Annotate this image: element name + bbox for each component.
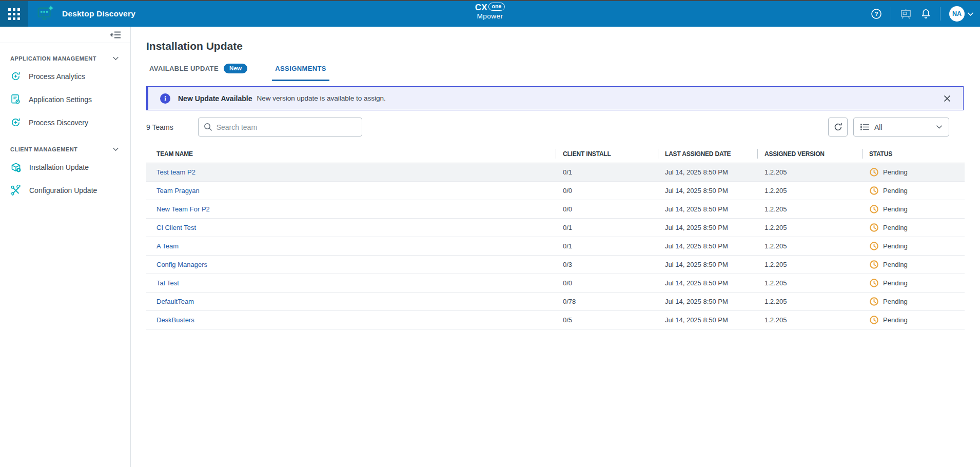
- client-install-cell: 0/1: [556, 168, 658, 176]
- table-row[interactable]: DeskBusters 0/5 Jul 14, 2025 8:50 PM 1.2…: [146, 311, 965, 329]
- section-label: APPLICATION MANAGEMENT: [10, 55, 96, 62]
- client-install-cell: 0/1: [556, 242, 658, 250]
- column-header-client-install: CLIENT INSTALL: [556, 145, 658, 163]
- client-install-cell: 0/1: [556, 224, 658, 231]
- topbar-divider: [891, 7, 891, 21]
- table-toolbar: 9 Teams All: [146, 118, 964, 137]
- refresh-button[interactable]: [828, 118, 848, 137]
- team-link[interactable]: Config Managers: [156, 261, 207, 268]
- status-cell: Pending: [862, 297, 965, 306]
- team-link[interactable]: New Team For P2: [156, 205, 210, 213]
- sidebar-item-process-analytics[interactable]: Process Analytics: [0, 65, 130, 88]
- team-name-cell: Tal Test: [146, 279, 556, 287]
- app-launcher-button[interactable]: [0, 1, 28, 27]
- search-input[interactable]: [217, 123, 357, 131]
- sidebar-sections: APPLICATION MANAGEMENT Process Analytics…: [0, 43, 130, 202]
- status-label: Pending: [883, 298, 908, 305]
- sidebar: APPLICATION MANAGEMENT Process Analytics…: [0, 27, 131, 467]
- sidebar-item-application-settings[interactable]: Application Settings: [0, 88, 130, 111]
- tab-label: AVAILABLE UPDATE: [149, 65, 219, 72]
- avatar: NA: [949, 6, 965, 22]
- team-link[interactable]: Test team P2: [156, 168, 195, 176]
- pending-clock-icon: [869, 223, 879, 232]
- chevron-down-icon: [112, 147, 119, 151]
- pending-clock-icon: [869, 167, 879, 177]
- column-header-assigned-version: ASSIGNED VERSION: [757, 145, 862, 163]
- team-link[interactable]: DefaultTeam: [156, 298, 194, 305]
- pending-clock-icon: [869, 297, 879, 306]
- status-cell: Pending: [862, 278, 965, 288]
- last-assigned-date-cell: Jul 14, 2025 8:50 PM: [658, 205, 757, 213]
- sidebar-item-label: Installation Update: [29, 163, 89, 171]
- banner-title: New Update Available: [178, 94, 252, 103]
- table-row[interactable]: DefaultTeam 0/78 Jul 14, 2025 8:50 PM 1.…: [146, 293, 965, 311]
- table-row[interactable]: Config Managers 0/3 Jul 14, 2025 8:50 PM…: [146, 256, 965, 274]
- last-assigned-date-cell: Jul 14, 2025 8:50 PM: [658, 224, 757, 231]
- pending-clock-icon: [869, 204, 879, 214]
- topbar-divider: [940, 7, 940, 21]
- assigned-version-cell: 1.2.205: [757, 316, 862, 324]
- user-menu[interactable]: NA: [949, 6, 974, 22]
- client-install-cell: 0/0: [556, 187, 658, 194]
- last-assigned-date-cell: Jul 14, 2025 8:50 PM: [658, 261, 757, 268]
- info-icon: i: [160, 93, 170, 104]
- new-update-banner: i New Update Available New version updat…: [146, 86, 964, 110]
- client-install-cell: 0/78: [556, 298, 658, 305]
- sidebar-section-application-management[interactable]: APPLICATION MANAGEMENT: [0, 55, 130, 62]
- list-filter-icon: [860, 123, 870, 131]
- column-header-team-name: TEAM NAME: [146, 145, 556, 163]
- table-row[interactable]: CI Client Test 0/1 Jul 14, 2025 8:50 PM …: [146, 219, 965, 237]
- team-link[interactable]: DeskBusters: [156, 316, 194, 324]
- status-filter-dropdown[interactable]: All: [853, 118, 949, 137]
- sidebar-item-label: Process Discovery: [29, 119, 88, 127]
- table-header: TEAM NAMECLIENT INSTALLLAST ASSIGNED DAT…: [146, 145, 965, 163]
- sidebar-item-label: Process Analytics: [29, 72, 85, 81]
- last-assigned-date-cell: Jul 14, 2025 8:50 PM: [658, 279, 757, 287]
- team-link[interactable]: CI Client Test: [156, 224, 196, 231]
- sidebar-item-installation-update[interactable]: Installation Update: [0, 155, 130, 179]
- team-name-cell: DeskBusters: [146, 316, 556, 324]
- status-cell: Pending: [862, 241, 965, 251]
- client-install-cell: 0/0: [556, 205, 658, 213]
- new-badge: New: [224, 64, 247, 73]
- process-analytics-icon: [10, 71, 21, 82]
- table-row[interactable]: Tal Test 0/0 Jul 14, 2025 8:50 PM 1.2.20…: [146, 274, 965, 293]
- help-button[interactable]: ?: [871, 8, 882, 20]
- table-row[interactable]: Team Pragyan 0/0 Jul 14, 2025 8:50 PM 1.…: [146, 182, 965, 200]
- team-link[interactable]: Tal Test: [156, 279, 179, 287]
- top-bar: Desktop Discovery CXone Mpower ?: [0, 1, 980, 27]
- team-link[interactable]: A Team: [156, 242, 179, 250]
- assigned-version-cell: 1.2.205: [757, 298, 862, 305]
- notifications-button[interactable]: [920, 8, 931, 20]
- sidebar-item-process-discovery[interactable]: Process Discovery: [0, 111, 130, 134]
- table-row[interactable]: A Team 0/1 Jul 14, 2025 8:50 PM 1.2.205 …: [146, 237, 965, 256]
- last-assigned-date-cell: Jul 14, 2025 8:50 PM: [658, 187, 757, 194]
- section-label: CLIENT MANAGEMENT: [10, 146, 77, 152]
- table-row[interactable]: Test team P2 0/1 Jul 14, 2025 8:50 PM 1.…: [146, 163, 965, 182]
- team-name-cell: Team Pragyan: [146, 187, 556, 194]
- table-body: Test team P2 0/1 Jul 14, 2025 8:50 PM 1.…: [146, 163, 965, 329]
- search-box: [198, 118, 362, 137]
- close-icon: [944, 95, 951, 102]
- search-icon: [204, 123, 212, 131]
- assigned-version-cell: 1.2.205: [757, 261, 862, 268]
- waffle-icon: [8, 8, 20, 20]
- team-link[interactable]: Team Pragyan: [156, 187, 200, 194]
- app-title: Desktop Discovery: [62, 9, 135, 18]
- configuration-update-icon: [10, 185, 22, 196]
- sidebar-collapse-button[interactable]: [110, 31, 121, 39]
- walkthrough-button[interactable]: [900, 8, 912, 20]
- last-assigned-date-cell: Jul 14, 2025 8:50 PM: [658, 168, 757, 176]
- last-assigned-date-cell: Jul 14, 2025 8:50 PM: [658, 316, 757, 324]
- banner-close-button[interactable]: [944, 95, 951, 102]
- status-cell: Pending: [862, 260, 965, 269]
- team-name-cell: Config Managers: [146, 261, 556, 268]
- sidebar-section-client-management[interactable]: CLIENT MANAGEMENT: [0, 146, 130, 152]
- team-name-cell: A Team: [146, 242, 556, 250]
- sidebar-item-configuration-update[interactable]: Configuration Update: [0, 179, 130, 202]
- table-row[interactable]: New Team For P2 0/0 Jul 14, 2025 8:50 PM…: [146, 200, 965, 219]
- filter-value: All: [874, 123, 883, 131]
- tab-available-update[interactable]: AVAILABLE UPDATENew: [146, 64, 250, 81]
- bell-icon: [920, 8, 931, 20]
- tab-assignments[interactable]: ASSIGNMENTS: [272, 64, 329, 81]
